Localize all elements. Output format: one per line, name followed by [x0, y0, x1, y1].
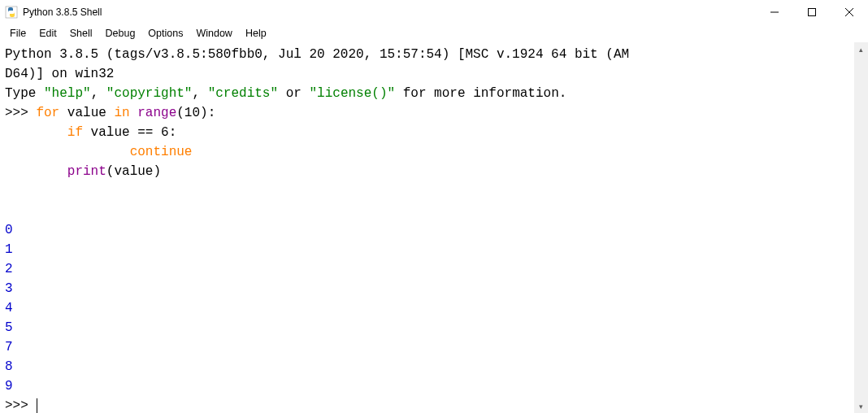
svg-rect-2: [809, 8, 816, 15]
scroll-up-icon[interactable]: ▴: [854, 42, 868, 56]
text-cursor: [37, 398, 37, 413]
keyword-if: if: [67, 125, 83, 140]
menu-options[interactable]: Options: [141, 26, 189, 41]
output-line: 0: [5, 223, 13, 237]
minimize-button[interactable]: [756, 0, 793, 24]
menu-debug[interactable]: Debug: [99, 26, 142, 41]
window-title: Python 3.8.5 Shell: [23, 7, 102, 18]
blank-line: [5, 203, 13, 218]
titlebar: Python 3.8.5 Shell: [0, 0, 868, 24]
keyword-continue: continue: [130, 145, 193, 159]
output-line: 5: [5, 320, 13, 335]
builtin-range: range: [137, 106, 176, 120]
shell-text-area[interactable]: Python 3.8.5 (tags/v3.8.5:580fbb0, Jul 2…: [0, 42, 854, 413]
python-idle-icon: [5, 6, 18, 19]
menu-edit[interactable]: Edit: [33, 26, 63, 41]
menu-shell[interactable]: Shell: [63, 26, 99, 41]
menu-window[interactable]: Window: [189, 26, 238, 41]
prompt: >>>: [5, 106, 36, 120]
vertical-scrollbar[interactable]: ▴ ▾: [854, 42, 868, 413]
prompt: >>>: [5, 398, 36, 413]
output-line: 7: [5, 340, 13, 354]
banner-line: Type "help", "copyright", "credits" or "…: [5, 86, 566, 101]
output-line: 4: [5, 301, 13, 315]
menu-file[interactable]: File: [3, 26, 33, 41]
output-line: 9: [5, 379, 13, 393]
maximize-button[interactable]: [793, 0, 831, 24]
output-line: 8: [5, 359, 13, 374]
scroll-down-icon[interactable]: ▾: [854, 399, 868, 413]
output-line: 1: [5, 242, 13, 257]
keyword-for: for: [36, 106, 59, 120]
output-line: 2: [5, 262, 13, 276]
menubar: File Edit Shell Debug Options Window Hel…: [0, 24, 868, 42]
builtin-print: print: [67, 164, 106, 179]
output-line: 3: [5, 281, 13, 296]
menu-help[interactable]: Help: [239, 26, 273, 41]
close-button[interactable]: [831, 0, 868, 24]
banner-line: Python 3.8.5 (tags/v3.8.5:580fbb0, Jul 2…: [5, 47, 629, 62]
keyword-in: in: [114, 106, 129, 120]
banner-line: D64)] on win32: [5, 67, 114, 81]
